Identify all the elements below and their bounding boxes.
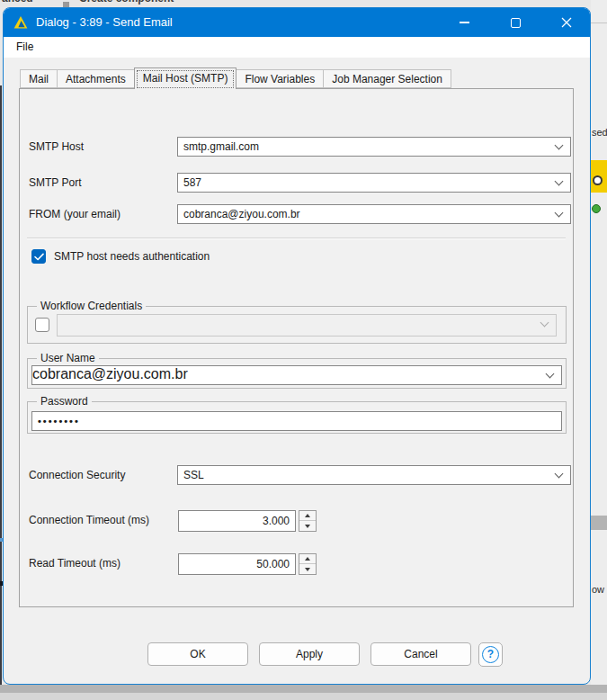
user-name-group: User Name cobranca@ziyou.com.br: [27, 358, 567, 389]
connection-security-combobox[interactable]: SSL: [177, 465, 571, 485]
status-green-dot: [592, 204, 601, 213]
background-bottom-strip: [0, 693, 607, 700]
menu-bar: File: [4, 37, 590, 58]
read-timeout-field[interactable]: 50.000: [178, 553, 296, 575]
background-divider: [591, 22, 607, 23]
tab-mail[interactable]: Mail: [20, 69, 58, 88]
user-name-value: cobranca@ziyou.com.br: [32, 366, 561, 382]
arrow-down-icon: [305, 568, 310, 571]
close-button[interactable]: [546, 8, 587, 37]
arrow-up-icon: [305, 514, 310, 517]
spin-down-button[interactable]: [299, 564, 316, 574]
background-workflow-strip: sed ow: [591, 0, 607, 685]
arrow-down-icon: [305, 525, 310, 528]
smtp-port-combobox[interactable]: 587: [177, 173, 571, 193]
read-timeout-spinner: [299, 553, 317, 575]
maximize-icon: [511, 18, 521, 28]
background-text-fragment: anced: [2, 0, 33, 4]
read-timeout-label: Read Timeout (ms): [29, 553, 121, 573]
background-text-fragment: sed: [592, 127, 607, 138]
from-email-label: FROM (your email): [29, 204, 121, 224]
read-timeout-value: 50.000: [179, 554, 295, 574]
workflow-credentials-legend: Workflow Credentials: [37, 300, 146, 313]
password-group: Password ••••••••: [27, 401, 567, 434]
maximize-button[interactable]: [495, 8, 536, 37]
cancel-button[interactable]: Cancel: [370, 642, 471, 666]
password-legend: Password: [37, 395, 92, 408]
menu-file[interactable]: File: [8, 37, 41, 58]
user-name-combobox[interactable]: cobranca@ziyou.com.br: [31, 365, 562, 385]
send-email-dialog: Dialog - 3:89 - Send Email File Mail Att…: [3, 7, 591, 685]
tab-mail-host-smtp[interactable]: Mail Host (SMTP): [134, 67, 237, 89]
background-window-top-strip: anced Create component: [0, 0, 607, 7]
ok-button[interactable]: OK: [147, 642, 248, 666]
from-email-value: cobranca@ziyou.com.br: [178, 205, 570, 223]
minimize-button[interactable]: [443, 8, 485, 37]
tab-flow-variables[interactable]: Flow Variables: [236, 69, 324, 88]
workflow-credentials-checkbox[interactable]: [35, 318, 49, 332]
window-title: Dialog - 3:89 - Send Email: [36, 8, 173, 37]
background-panel-edge: [0, 85, 2, 685]
password-field[interactable]: ••••••••: [31, 411, 562, 431]
background-toolbar-strip: [591, 516, 607, 530]
smtp-auth-checkbox[interactable]: [31, 249, 46, 264]
tab-attachments[interactable]: Attachments: [57, 69, 135, 88]
smtp-auth-label: SMTP host needs authentication: [54, 247, 210, 266]
arrow-up-icon: [305, 557, 310, 561]
close-icon: [561, 17, 572, 28]
background-text-fragment: ow: [592, 584, 604, 595]
connection-security-value: SSL: [178, 466, 570, 484]
node-port-icon: [593, 175, 603, 185]
question-circle-icon: ?: [482, 646, 499, 663]
smtp-settings-panel: SMTP Host smtp.gmail.com SMTP Port 587 F…: [19, 88, 574, 607]
smtp-host-combobox[interactable]: smtp.gmail.com: [177, 137, 571, 157]
apply-button[interactable]: Apply: [259, 642, 360, 666]
connection-timeout-value: 3.000: [179, 511, 295, 531]
chevron-down-icon: [540, 319, 549, 328]
connection-timeout-label: Connection Timeout (ms): [29, 510, 149, 530]
background-text-fragment: Create component: [79, 0, 174, 4]
password-masked-value: ••••••••: [32, 412, 561, 430]
spin-up-button[interactable]: [299, 511, 316, 521]
workflow-credentials-group: Workflow Credentials: [27, 306, 567, 344]
background-bottom-strip: [0, 685, 607, 693]
smtp-host-value: smtp.gmail.com: [178, 138, 570, 156]
spin-down-button[interactable]: [299, 521, 316, 531]
spin-up-button[interactable]: [299, 554, 316, 564]
smtp-host-label: SMTP Host: [29, 137, 84, 157]
checkmark-icon: [34, 253, 44, 261]
section-divider: [27, 238, 566, 239]
knime-warning-triangle-icon: [13, 15, 28, 30]
smtp-port-label: SMTP Port: [29, 173, 81, 193]
connection-timeout-field[interactable]: 3.000: [178, 510, 296, 532]
from-email-combobox[interactable]: cobranca@ziyou.com.br: [177, 204, 571, 224]
knime-node-icon: [591, 160, 607, 193]
tab-strip: Mail Attachments Mail Host (SMTP) Flow V…: [20, 67, 451, 88]
connection-security-label: Connection Security: [29, 465, 125, 485]
help-button[interactable]: ?: [478, 642, 503, 667]
connection-timeout-spinner: [299, 510, 317, 532]
title-bar[interactable]: Dialog - 3:89 - Send Email: [4, 8, 590, 37]
tab-job-manager-selection[interactable]: Job Manager Selection: [323, 69, 451, 88]
minimize-icon: [460, 22, 469, 23]
user-name-legend: User Name: [37, 352, 99, 365]
workflow-credentials-combobox[interactable]: [57, 314, 557, 337]
smtp-port-value: 587: [178, 174, 570, 192]
